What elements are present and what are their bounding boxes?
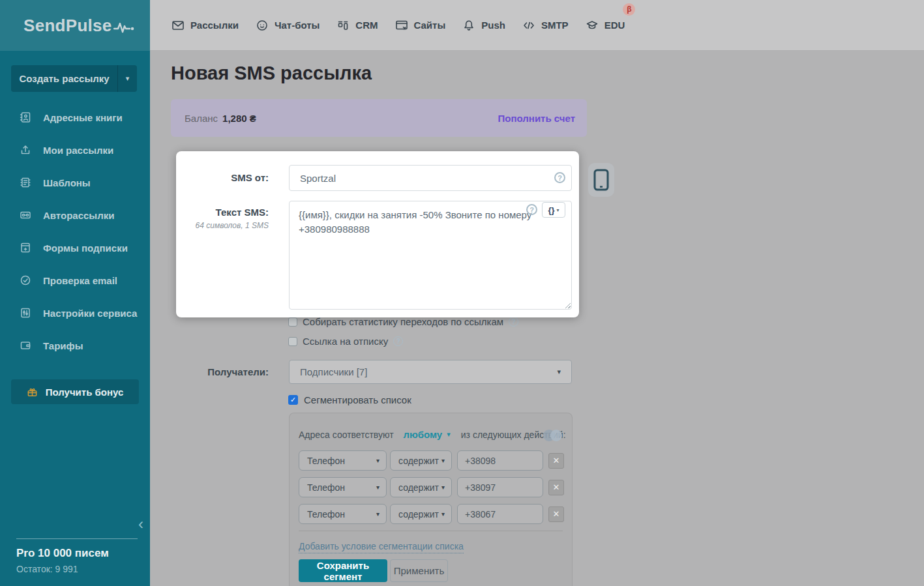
help-icon[interactable]: ? [509, 317, 518, 327]
close-icon: ✕ [553, 509, 560, 519]
plan-remaining: Остаток: 9 991 [16, 564, 78, 574]
create-campaign-button[interactable]: Создать рассылку ▾ [11, 65, 137, 92]
caret-down-icon: ▾ [376, 457, 380, 464]
caret-down-icon: ▾ [557, 207, 559, 213]
sidebar-item-templates[interactable]: Шаблоны [0, 166, 150, 199]
browser-icon [395, 19, 408, 32]
segment-value-input[interactable] [457, 504, 543, 524]
stats-checkbox-label: Собирать статистику переходов по ссылкам [303, 316, 503, 327]
logo-text: SendPulse [23, 16, 112, 36]
unsubscribe-checkbox[interactable] [288, 337, 297, 346]
nav-item-smtp[interactable]: SMTP [522, 19, 569, 32]
balance-label: Баланс [185, 113, 218, 124]
segment-buttons: Сохранить сегмент Применить [299, 559, 448, 582]
stats-checkbox[interactable] [288, 317, 297, 327]
sms-text-input[interactable]: {{имя}}, скидки на занятия -50% Звоните … [289, 201, 572, 310]
phone-icon [593, 169, 609, 191]
get-bonus-button[interactable]: Получить бонус [11, 379, 139, 404]
segment-match-mode-link[interactable]: любому [404, 429, 443, 440]
sms-from-input[interactable] [289, 165, 572, 191]
sidebar-item-pricing[interactable]: Тарифы [0, 329, 150, 362]
topup-link[interactable]: Пополнить счет [498, 113, 576, 124]
segment-value-input[interactable] [457, 450, 543, 471]
form-plus-icon [20, 242, 31, 254]
segment-operator-select[interactable]: содержит ▾ [390, 450, 452, 471]
caret-down-icon: ▾ [557, 368, 561, 376]
nav-item-sites[interactable]: Сайты [395, 19, 446, 32]
sidebar-item-label: Проверка email [43, 275, 117, 286]
top-navigation: Рассылки Чат-боты CRM Сайты Push SMTP ED… [150, 0, 924, 51]
create-campaign-label: Создать рассылку [11, 73, 117, 84]
phone-preview-button[interactable] [588, 163, 614, 197]
caret-down-icon: ▾ [441, 484, 445, 491]
segment-field-select[interactable]: Телефон ▾ [299, 450, 387, 471]
send-icon [20, 144, 31, 156]
nav-item-label: Сайты [414, 20, 446, 31]
sidebar-item-label: Формы подписки [43, 242, 128, 254]
sidebar-item-my-campaigns[interactable]: Мои рассылки [0, 134, 150, 166]
sidebar-item-label: Шаблоны [43, 177, 91, 188]
apply-segment-button[interactable]: Применить [390, 559, 448, 582]
nav-item-label: Push [481, 20, 505, 31]
insert-variable-button[interactable]: {} ▾ [542, 202, 565, 218]
caret-down-icon: ▾ [126, 74, 130, 83]
sidebar-collapse-chevron[interactable]: ‹ [138, 516, 143, 532]
sliders-icon [20, 307, 31, 319]
close-icon: ✕ [553, 456, 560, 465]
sidebar-item-autoresponders[interactable]: Авторассылки [0, 199, 150, 231]
caret-down-icon: ▾ [441, 510, 445, 518]
recipients-label: Получатели: [177, 366, 269, 377]
segment-field-select[interactable]: Телефон ▾ [299, 477, 387, 497]
sms-form-card: SMS от: ? Текст SMS: 64 символов, 1 SMS … [176, 151, 579, 317]
segmentation-panel: Адреса соответствуют любому ▾ из следующ… [289, 413, 573, 586]
nav-item-chatbots[interactable]: Чат-боты [256, 19, 320, 32]
check-circle-icon [20, 274, 31, 286]
sidebar-item-subscription-forms[interactable]: Формы подписки [0, 231, 150, 264]
nav-item-crm[interactable]: CRM [336, 19, 378, 32]
template-icon [20, 177, 31, 188]
segment-operator-select[interactable]: содержит ▾ [390, 477, 452, 497]
segment-value-input[interactable] [457, 477, 543, 497]
balance-amount: 1,280 ₴ [222, 113, 256, 124]
segment-checkbox[interactable]: ✓ [288, 395, 298, 405]
help-icon[interactable]: ? [393, 336, 403, 346]
panel-divider [299, 531, 563, 531]
help-icon[interactable]: ? [554, 172, 565, 183]
sendpulse-logo[interactable]: SendPulse [23, 16, 136, 36]
segment-operator-select[interactable]: содержит ▾ [390, 504, 452, 524]
gift-icon [27, 387, 38, 398]
autoresponder-icon [20, 209, 31, 221]
recipients-value: Подписчики [7] [300, 366, 367, 377]
create-campaign-dropdown[interactable]: ▾ [117, 65, 137, 92]
nav-item-edu[interactable]: EDU β [586, 19, 625, 32]
segment-field-select[interactable]: Телефон ▾ [299, 504, 387, 524]
segment-condition-row: Телефон ▾ содержит ▾ ✕ [299, 477, 564, 497]
stats-checkbox-row: Собирать статистику переходов по ссылкам… [288, 316, 518, 327]
remove-condition-button[interactable]: ✕ [548, 506, 564, 522]
address-book-icon [20, 111, 31, 123]
sidebar-item-service-settings[interactable]: Настройки сервиса [0, 297, 150, 329]
sidebar-item-address-books[interactable]: Адресные книги [0, 101, 150, 134]
crm-icon [336, 19, 350, 32]
nav-item-campaigns[interactable]: Рассылки [171, 19, 239, 32]
graduation-cap-icon [586, 19, 599, 32]
caret-down-icon[interactable]: ▾ [447, 430, 451, 439]
segment-mode-toggle[interactable] [543, 430, 564, 441]
sidebar: SendPulse Создать рассылку ▾ Адресные кн… [0, 0, 150, 586]
recipients-select[interactable]: Подписчики [7] ▾ [289, 360, 572, 384]
unsubscribe-checkbox-label: Ссылка на отписку [303, 336, 388, 347]
help-icon[interactable]: ? [526, 204, 537, 215]
sidebar-item-label: Тарифы [43, 340, 83, 351]
remove-condition-button[interactable]: ✕ [548, 453, 564, 469]
remove-condition-button[interactable]: ✕ [548, 480, 564, 495]
save-segment-button[interactable]: Сохранить сегмент [299, 559, 387, 582]
page-title: Новая SMS рассылка [171, 63, 372, 84]
sidebar-header: SendPulse [0, 0, 150, 51]
nav-item-push[interactable]: Push [462, 19, 505, 32]
add-condition-link[interactable]: Добавить условие сегментации списка [299, 541, 464, 553]
get-bonus-label: Получить бонус [46, 387, 124, 398]
envelope-icon [171, 19, 185, 32]
nav-item-label: Чат-боты [275, 20, 320, 31]
sidebar-item-email-verification[interactable]: Проверка email [0, 264, 150, 297]
code-icon [522, 19, 535, 32]
